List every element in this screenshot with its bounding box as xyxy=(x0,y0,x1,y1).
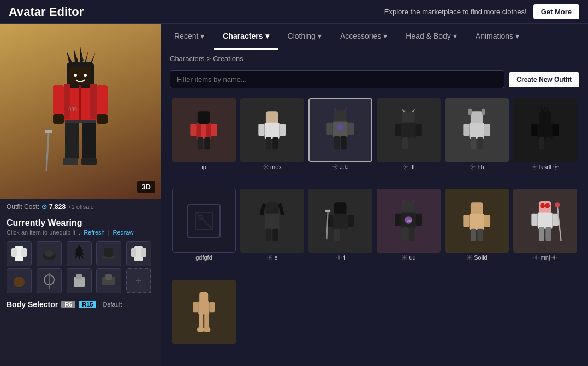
outfit-card-ip[interactable]: ip xyxy=(170,96,238,187)
marketplace-banner: Explore the marketplace to find more clo… xyxy=(384,4,579,19)
svg-point-4 xyxy=(84,74,87,77)
outfit-card-e[interactable]: e xyxy=(238,187,306,277)
svg-rect-152 xyxy=(197,327,204,332)
outfit-card-fff[interactable]: fff xyxy=(375,96,443,187)
outfit-card-mex[interactable]: mex xyxy=(238,96,306,187)
create-outfit-button[interactable]: Create New Outfit xyxy=(509,72,579,87)
svg-rect-141 xyxy=(546,227,551,241)
gear-icon-fasdf-2 xyxy=(553,164,559,170)
outfit-card-mnj[interactable]: mnj xyxy=(511,187,579,277)
tab-animations[interactable]: Animations ▾ xyxy=(467,24,528,50)
svg-point-126 xyxy=(403,256,406,259)
wearing-item-4[interactable] xyxy=(96,241,121,266)
filter-input[interactable] xyxy=(170,70,504,88)
svg-rect-140 xyxy=(539,227,544,241)
svg-rect-137 xyxy=(538,212,553,228)
refresh-link[interactable]: Refresh xyxy=(84,229,105,236)
outfit-name-jjj: JJJ xyxy=(340,164,349,170)
outfit-card-uu[interactable]: TOUR uu xyxy=(375,187,443,277)
gear-icon-mex xyxy=(263,164,269,170)
svg-marker-117 xyxy=(401,197,405,202)
badge-r6[interactable]: R6 xyxy=(61,301,75,308)
svg-rect-53 xyxy=(259,124,265,136)
svg-rect-148 xyxy=(193,302,198,312)
svg-rect-63 xyxy=(348,123,354,135)
outfit-card-gdfgfd[interactable]: gdfgfd xyxy=(170,187,238,277)
wearing-item-9[interactable] xyxy=(96,268,121,293)
outfit-name-fasdf: fasdf xyxy=(539,164,552,170)
wearing-item-6[interactable] xyxy=(7,268,32,293)
svg-rect-77 xyxy=(471,112,483,124)
svg-rect-78 xyxy=(470,123,484,139)
svg-rect-12 xyxy=(90,84,97,119)
svg-rect-110 xyxy=(348,215,354,227)
avatar-figure: 999 xyxy=(37,35,124,188)
outfit-name-row-fff: fff xyxy=(377,164,441,170)
tab-head-body-label: Head & Body xyxy=(406,32,451,40)
wearing-item-7[interactable] xyxy=(37,268,62,293)
wearing-item-8[interactable] xyxy=(67,268,92,293)
outfit-thumb-solid xyxy=(445,189,509,253)
svg-rect-79 xyxy=(464,124,470,136)
svg-rect-128 xyxy=(470,213,484,229)
svg-point-99 xyxy=(199,215,203,220)
svg-marker-6 xyxy=(74,49,78,63)
svg-point-95 xyxy=(533,166,536,168)
svg-rect-14 xyxy=(97,85,108,115)
tab-clothing[interactable]: Clothing ▾ xyxy=(279,24,330,50)
wearing-item-2[interactable] xyxy=(37,241,62,266)
outfit-name-gdfgfd: gdfgfd xyxy=(195,254,212,261)
outfit-name-row-uu: uu xyxy=(377,254,441,261)
outfit-thumb-mex xyxy=(240,98,304,162)
tab-accessories[interactable]: Accessories ▾ xyxy=(331,24,396,50)
svg-rect-26 xyxy=(11,248,17,257)
outfit-card-jjj[interactable]: JJJ xyxy=(306,96,375,187)
left-panel: 999 3D Outfit Cost: ⊙ 7,828 +1 offsale C… xyxy=(0,24,161,366)
outfit-card-solid[interactable]: Solid xyxy=(443,187,511,277)
svg-point-3 xyxy=(74,74,77,77)
svg-rect-24 xyxy=(45,130,52,133)
svg-rect-52 xyxy=(265,123,280,139)
breadcrumb-parent[interactable]: Characters xyxy=(170,55,205,63)
nav-tabs: Recent ▾ Characters ▾ Clothing ▾ Accesso… xyxy=(161,24,588,50)
svg-marker-7 xyxy=(80,47,84,62)
tab-accessories-chevron: ▾ xyxy=(383,32,387,40)
tab-animations-chevron: ▾ xyxy=(515,32,519,40)
outfits-grid: ip mex xyxy=(161,92,588,366)
tab-head-body[interactable]: Head & Body ▾ xyxy=(397,24,466,50)
svg-point-67 xyxy=(334,166,336,168)
svg-point-106 xyxy=(269,256,271,259)
svg-rect-101 xyxy=(265,213,280,229)
redraw-link[interactable]: Redraw xyxy=(113,229,134,236)
outfit-card-fasdf[interactable]: fasdf xyxy=(511,96,579,187)
gear-icon-hh xyxy=(470,164,476,170)
tab-recent[interactable]: Recent ▾ xyxy=(165,24,213,50)
gear-icon-f xyxy=(336,254,342,261)
tab-characters[interactable]: Characters ▾ xyxy=(214,24,277,50)
right-panel: Recent ▾ Characters ▾ Clothing ▾ Accesso… xyxy=(161,24,588,366)
wearing-item-1[interactable] xyxy=(7,241,32,266)
svg-point-85 xyxy=(472,166,474,168)
badge-r15[interactable]: R15 xyxy=(79,301,96,308)
svg-rect-104 xyxy=(266,228,271,241)
outfit-card-13[interactable] xyxy=(170,278,238,362)
svg-marker-5 xyxy=(67,51,72,65)
separator: | xyxy=(108,229,110,236)
svg-rect-122 xyxy=(402,227,408,241)
outfit-card-f[interactable]: f xyxy=(306,187,375,277)
svg-rect-20 xyxy=(81,158,97,165)
outfit-card-hh[interactable]: hh xyxy=(443,96,511,187)
svg-rect-114 xyxy=(325,209,330,211)
wearing-item-5[interactable] xyxy=(126,241,151,266)
svg-rect-65 xyxy=(341,136,347,150)
svg-rect-149 xyxy=(210,302,215,312)
svg-rect-123 xyxy=(409,227,415,241)
svg-rect-89 xyxy=(553,124,559,136)
tab-accessories-label: Accessories xyxy=(340,32,381,40)
gear-icon-jjj xyxy=(332,164,338,170)
get-more-button[interactable]: Get More xyxy=(533,4,579,19)
svg-marker-94 xyxy=(547,107,550,112)
wearing-item-3[interactable] xyxy=(67,241,92,266)
wearing-item-add[interactable]: + xyxy=(126,268,151,293)
svg-rect-34 xyxy=(131,248,136,257)
